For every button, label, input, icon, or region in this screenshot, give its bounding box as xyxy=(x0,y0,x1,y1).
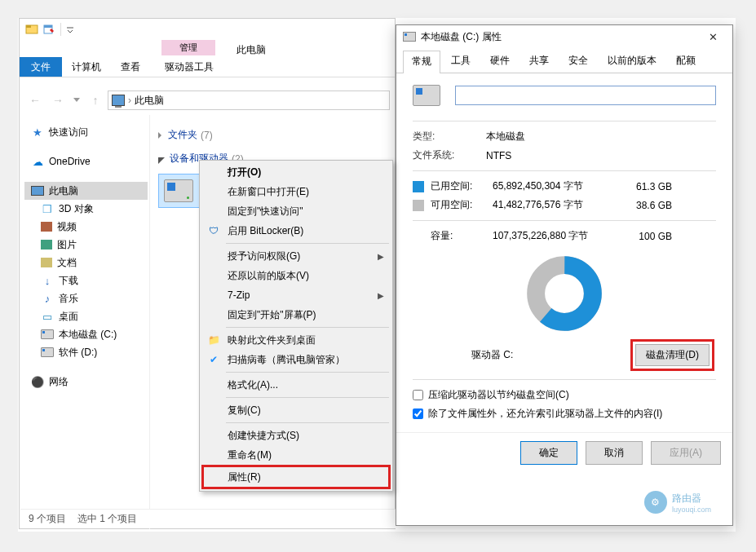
highlight-box: 磁盘清理(D) xyxy=(630,339,714,371)
close-icon[interactable]: ✕ xyxy=(700,28,726,46)
capacity-bytes: 107,375,226,880 字节 xyxy=(493,229,615,243)
sidebar-item-network[interactable]: ⚫网络 xyxy=(24,373,148,391)
ctx-restore-previous[interactable]: 还原以前的版本(V) xyxy=(201,266,391,285)
sidebar-item-downloads[interactable]: ↓下载 xyxy=(24,272,148,289)
ctx-copy[interactable]: 复制(C) xyxy=(201,400,391,420)
index-checkbox[interactable] xyxy=(413,408,423,419)
star-icon: ★ xyxy=(31,126,44,139)
tab-drive-tools[interactable]: 驱动器工具 xyxy=(155,57,223,77)
chevron-right-icon[interactable]: › xyxy=(128,95,131,106)
window-title: 此电脑 xyxy=(237,43,266,57)
sidebar-item-3d-objects[interactable]: ❒3D 对象 xyxy=(24,200,148,218)
drive-icon xyxy=(413,85,440,106)
ctx-new-window[interactable]: 在新窗口中打开(E) xyxy=(201,182,391,201)
type-label: 类型: xyxy=(413,130,486,144)
nav-up-icon[interactable]: ↑ xyxy=(85,90,106,111)
sidebar-item-documents[interactable]: 文档 xyxy=(24,254,148,272)
sidebar-item-quick-access[interactable]: ★快速访问 xyxy=(24,123,148,141)
sidebar-item-onedrive[interactable]: ☁OneDrive xyxy=(24,152,148,170)
context-menu: 打开(O) 在新窗口中打开(E) 固定到"快速访问" 🛡 启用 BitLocke… xyxy=(199,160,393,492)
shield-check-icon: ✔ xyxy=(206,352,221,367)
cancel-button[interactable]: 取消 xyxy=(586,441,643,465)
ctx-properties[interactable]: 属性(R) xyxy=(201,465,391,489)
sidebar-item-videos[interactable]: 视频 xyxy=(24,218,148,236)
index-label: 除了文件属性外，还允许索引此驱动器上文件的内容(I) xyxy=(428,407,662,421)
tab-general[interactable]: 常规 xyxy=(403,51,440,73)
folders-group-header[interactable]: 文件夹 (7) xyxy=(158,123,391,147)
file-tab[interactable]: 文件 xyxy=(20,57,62,77)
tab-quota[interactable]: 配额 xyxy=(667,50,705,73)
ctx-format[interactable]: 格式化(A)... xyxy=(201,375,391,395)
compress-label: 压缩此驱动器以节约磁盘空间(C) xyxy=(428,388,569,402)
sidebar-item-desktop[interactable]: ▭桌面 xyxy=(24,307,148,325)
ctx-scan-virus[interactable]: ✔ 扫描病毒（腾讯电脑管家） xyxy=(201,350,391,369)
disk-icon xyxy=(41,347,54,357)
address-segment[interactable]: 此电脑 xyxy=(135,94,164,108)
properties-dialog: 本地磁盘 (C:) 属性 ✕ 常规 工具 硬件 共享 安全 以前的版本 配额 类… xyxy=(396,24,733,526)
apply-button[interactable]: 应用(A) xyxy=(651,441,721,465)
free-size: 38.6 GB xyxy=(615,200,672,211)
used-size: 61.3 GB xyxy=(615,181,672,192)
pc-icon xyxy=(112,95,125,106)
contextual-tab-header: 管理 xyxy=(161,40,215,55)
dialog-title-bar: 本地磁盘 (C:) 属性 ✕ xyxy=(396,25,732,48)
free-swatch xyxy=(413,200,424,211)
pc-icon xyxy=(31,186,44,196)
tab-view[interactable]: 查看 xyxy=(111,57,150,77)
svg-rect-3 xyxy=(44,25,52,28)
nav-history-icon[interactable] xyxy=(70,90,83,111)
compress-checkbox-row[interactable]: 压缩此驱动器以节约磁盘空间(C) xyxy=(413,388,716,402)
compress-checkbox[interactable] xyxy=(413,390,423,400)
sidebar-item-drive-c[interactable]: 本地磁盘 (C:) xyxy=(24,325,148,343)
tab-hardware[interactable]: 硬件 xyxy=(481,50,519,73)
ctx-open[interactable]: 打开(O) xyxy=(201,162,391,182)
tab-tools[interactable]: 工具 xyxy=(442,50,480,73)
dialog-title: 本地磁盘 (C:) 属性 xyxy=(421,30,502,44)
nav-forward-icon: → xyxy=(47,90,69,111)
separator xyxy=(226,372,389,373)
disk-cleanup-button[interactable]: 磁盘清理(D) xyxy=(635,344,710,366)
ctx-create-shortcut[interactable]: 创建快捷方式(S) xyxy=(201,426,391,445)
ctx-pin-start[interactable]: 固定到"开始"屏幕(P) xyxy=(201,305,391,325)
tab-computer[interactable]: 计算机 xyxy=(62,57,111,77)
type-value: 本地磁盘 xyxy=(486,130,525,144)
drive-icon xyxy=(164,179,193,202)
address-bar[interactable]: › 此电脑 xyxy=(108,91,390,110)
app-icon xyxy=(24,20,39,38)
disk-icon xyxy=(403,32,416,42)
separator xyxy=(226,422,389,423)
index-checkbox-row[interactable]: 除了文件属性外，还允许索引此驱动器上文件的内容(I) xyxy=(413,407,716,421)
network-icon: ⚫ xyxy=(31,375,44,388)
svg-rect-1 xyxy=(26,25,31,28)
sidebar-item-drive-d[interactable]: 软件 (D:) xyxy=(24,343,148,361)
sidebar-item-pictures[interactable]: 图片 xyxy=(24,236,148,254)
drive-name-input[interactable] xyxy=(455,86,716,105)
ctx-pin-quick[interactable]: 固定到"快速访问" xyxy=(201,201,391,221)
ctx-map-folder[interactable]: 📁 映射此文件夹到桌面 xyxy=(201,330,391,350)
separator xyxy=(226,327,389,328)
cloud-icon: ☁ xyxy=(31,155,44,168)
tab-sharing[interactable]: 共享 xyxy=(520,50,558,73)
ok-button[interactable]: 确定 xyxy=(520,441,577,465)
free-label: 可用空间: xyxy=(431,198,493,212)
ctx-bitlocker[interactable]: 🛡 启用 BitLocker(B) xyxy=(201,221,391,241)
dialog-footer: 确定 取消 应用(A) xyxy=(396,432,732,473)
nav-back-icon[interactable]: ← xyxy=(24,90,46,111)
status-bar: 9 个项目 选中 1 个项目 xyxy=(20,509,396,528)
used-bytes: 65,892,450,304 字节 xyxy=(493,179,615,193)
qat-dropdown-icon[interactable] xyxy=(65,26,75,33)
sidebar-item-music[interactable]: ♪音乐 xyxy=(24,289,148,307)
sidebar-item-this-pc[interactable]: 此电脑 xyxy=(24,182,148,200)
tab-previous-versions[interactable]: 以前的版本 xyxy=(599,50,665,73)
ctx-7zip[interactable]: 7-Zip▶ xyxy=(201,285,391,305)
separator xyxy=(226,243,389,244)
tab-security[interactable]: 安全 xyxy=(559,50,597,73)
ctx-rename[interactable]: 重命名(M) xyxy=(201,445,391,465)
music-icon: ♪ xyxy=(41,292,54,305)
ctx-grant-access[interactable]: 授予访问权限(G)▶ xyxy=(201,246,391,266)
used-swatch xyxy=(413,181,424,192)
capacity-size: 100 GB xyxy=(615,231,672,242)
properties-qat-icon[interactable] xyxy=(42,20,56,38)
status-item-count: 9 个项目 xyxy=(29,512,66,526)
router-icon: ⚙ xyxy=(644,491,667,514)
